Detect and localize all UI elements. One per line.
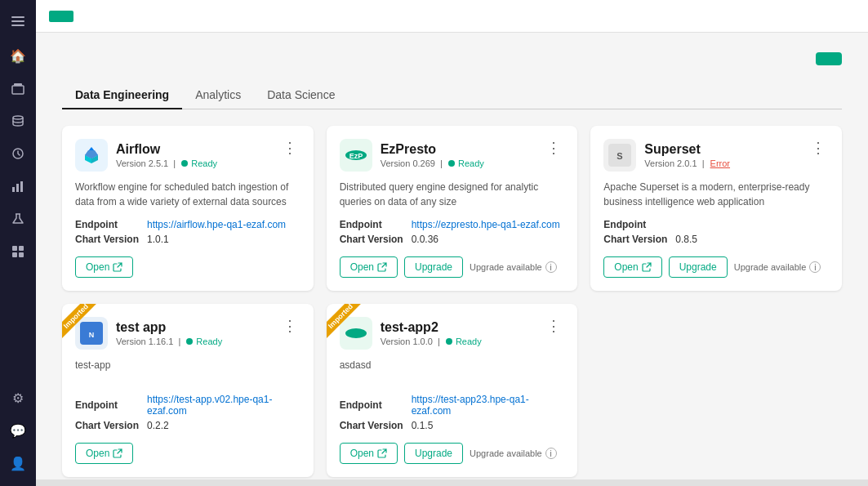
app-info: Superset Version 2.0.1 | Error [644,142,730,168]
open-button[interactable]: Open [75,256,133,278]
status-text: Ready [456,337,482,346]
app-version: Version 2.0.1 | Error [644,158,730,168]
tab-data-science[interactable]: Data Science [254,82,348,109]
info-icon[interactable]: i [809,261,821,273]
svg-rect-6 [20,181,23,192]
svg-rect-9 [12,252,17,257]
sidebar-icon-settings[interactable]: ⚙ [3,383,33,412]
endpoint-url[interactable]: https://airflow.hpe-qa1-ezaf.com [147,219,286,230]
open-button[interactable]: Open [75,443,133,464]
chart-version-label: Chart Version [75,234,140,245]
endpoint-row: Endpoint https://ezpresto.hpe-qa1-ezaf.c… [340,219,565,230]
chart-version-value: 0.8.5 [675,234,697,245]
endpoint-label: Endpoint [75,399,140,411]
open-label: Open [350,261,374,273]
endpoint-url[interactable]: https://test-app23.hpe-qa1-ezaf.com [412,394,565,417]
card-header-left: EzP EzPresto Version 0.269 | Ready [340,139,484,172]
card-description: asdasd [340,358,565,384]
three-dot-menu[interactable]: ⋮ [543,139,564,157]
app-info: test app Version 1.16.1 | Ready [116,320,222,346]
endpoint-url[interactable]: https://ezpresto.hpe-qa1-ezaf.com [412,219,560,230]
chart-version-row: Chart Version 0.0.36 [340,234,565,245]
card-actions: Open UpgradeUpgrade available i [603,256,829,278]
svg-rect-0 [12,86,24,94]
app-version: Version 1.0.0 | Ready [381,337,482,346]
sidebar-icon-layers[interactable] [3,74,33,103]
chart-version-value: 0.1.5 [412,420,434,431]
three-dot-menu[interactable]: ⋮ [279,317,300,335]
endpoint-url[interactable]: https://test-app.v02.hpe-qa1-ezaf.com [147,394,300,417]
card-ezpresto: EzP EzPresto Version 0.269 | Ready ⋮ Dis… [327,126,578,291]
sidebar-bottom: ⚙ 💬 👤 [0,381,36,486]
svg-rect-4 [12,187,15,192]
sidebar-icon-flask[interactable] [3,204,33,234]
svg-text:S: S [617,151,623,161]
sidebar-icon-chat[interactable]: 💬 [3,416,33,445]
app-info: test-app2 Version 1.0.0 | Ready [381,320,482,346]
tab-analytics[interactable]: Analytics [182,82,254,109]
svg-rect-7 [12,246,17,251]
endpoint-label: Endpoint [75,219,140,230]
upgrade-button[interactable]: Upgrade [669,256,728,278]
external-link-icon [377,262,387,272]
three-dot-menu[interactable]: ⋮ [279,139,300,157]
cards-grid: Airflow Version 2.5.1 | Ready ⋮ Workflow… [62,126,842,477]
sidebar-icon-user[interactable]: 👤 [3,448,33,478]
topbar [36,0,868,33]
app-name: test-app2 [381,320,482,335]
chart-version-row: Chart Version 0.1.5 [340,420,565,431]
three-dot-menu[interactable]: ⋮ [543,317,564,335]
content-area: Data Engineering Analytics Data Science … [36,33,868,479]
error-status[interactable]: Error [710,158,730,168]
sidebar-icon-chart[interactable] [3,172,33,201]
open-button[interactable]: Open [603,256,661,278]
svg-rect-1 [14,83,22,86]
tab-data-engineering[interactable]: Data Engineering [62,82,182,109]
info-icon[interactable]: i [545,261,557,273]
sidebar: 🏠 ⚙ 💬 👤 [0,0,36,486]
open-button[interactable]: Open [340,256,398,278]
svg-text:EzP: EzP [349,152,363,160]
endpoint-label: Endpoint [340,399,405,411]
card-meta: Endpoint https://airflow.hpe-qa1-ezaf.co… [75,219,300,245]
card-superset: S Superset Version 2.0.1 | Error ⋮ Apach… [590,126,842,291]
card-description: Apache Superset is a modern, enterprise-… [603,180,829,209]
three-dot-menu[interactable]: ⋮ [808,139,829,157]
chart-version-value: 1.0.1 [147,234,169,245]
sidebar-icon-apps[interactable] [3,237,33,266]
endpoint-row: Endpoint https://test-app.v02.hpe-qa1-ez… [75,394,300,417]
upgrade-button[interactable]: Upgrade [404,443,463,464]
sidebar-icon-clock[interactable] [3,139,33,168]
card-header-left: Airflow Version 2.5.1 | Ready [75,139,217,172]
status-text: Ready [458,158,484,168]
endpoint-row: Endpoint [603,219,829,230]
upgrade-available-text: Upgrade available i [734,261,821,273]
chart-version-value: 0.0.36 [412,234,438,245]
endpoint-label: Endpoint [340,219,405,230]
sidebar-icon-database[interactable] [3,106,33,136]
card-meta: Endpoint https://ezpresto.hpe-qa1-ezaf.c… [340,219,565,245]
hamburger-menu-icon[interactable] [3,7,33,36]
endpoint-row: Endpoint https://airflow.hpe-qa1-ezaf.co… [75,219,300,230]
upgrade-available-text: Upgrade available i [470,261,557,273]
bottom-scrollbar[interactable] [36,479,868,486]
card-actions: Open UpgradeUpgrade available i [340,256,565,278]
status-dot [181,160,188,167]
card-actions: Open [75,256,300,278]
card-description: Distributed query engine designed for an… [340,180,565,209]
upgrade-button[interactable]: Upgrade [404,256,463,278]
external-link-icon [113,262,122,272]
app-info: EzPresto Version 0.269 | Ready [381,142,484,168]
card-testapp2: Imported test-app2 Version 1.0.0 | Ready… [327,304,578,477]
chart-version-label: Chart Version [340,420,405,431]
open-button[interactable]: Open [340,443,398,464]
sidebar-icon-home[interactable]: 🏠 [3,41,33,70]
endpoint-label: Endpoint [603,219,669,230]
import-application-button[interactable] [816,52,842,65]
svg-rect-5 [16,184,19,192]
info-icon[interactable]: i [545,448,557,459]
app-name: Airflow [116,142,217,157]
svg-point-2 [13,116,23,119]
sidebar-top: 🏠 [0,0,36,381]
card-airflow: Airflow Version 2.5.1 | Ready ⋮ Workflow… [62,126,314,291]
